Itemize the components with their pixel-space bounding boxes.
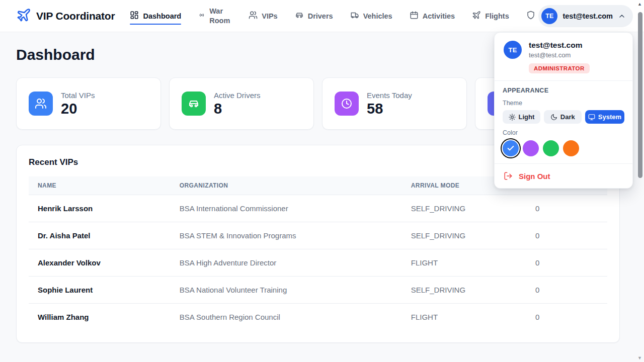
user-dropdown-menu: TE test@test.com test@test.com ADMINISTR… [494, 32, 633, 189]
truck-icon [350, 11, 359, 21]
stat-value: 20 [61, 101, 95, 116]
stat-label: Events Today [367, 91, 412, 100]
theme-button-label: System [598, 113, 621, 121]
vip-events: 0 [526, 195, 607, 222]
calendar-icon [410, 11, 419, 21]
stat-card-total-vips: Total VIPs 20 [16, 77, 161, 130]
user-name: test@test.com [529, 41, 590, 50]
color-swatch-purple[interactable] [523, 140, 539, 156]
table-row[interactable]: Henrik Larsson BSA International Commiss… [29, 195, 607, 222]
nav-item-drivers[interactable]: Drivers [295, 0, 333, 32]
dashboard-grid-icon [130, 11, 139, 21]
sign-out-button[interactable]: Sign Out [495, 163, 632, 188]
vip-name: Henrik Larsson [29, 195, 171, 222]
vip-organization: BSA International Commissioner [171, 195, 402, 222]
color-label: Color [503, 129, 624, 136]
app-title: VIP Coordinator [36, 10, 115, 22]
user-email: test@test.com [529, 51, 590, 59]
nav-item-vehicles[interactable]: Vehicles [350, 0, 392, 32]
theme-button-label: Light [519, 113, 535, 121]
scrollbar-thumb[interactable] [638, 12, 642, 178]
nav-label: VIPs [262, 12, 277, 20]
vip-arrival-mode: SELF_DRIVING [402, 277, 526, 304]
appearance-heading: APPEARANCE [503, 87, 624, 94]
users-icon [29, 92, 53, 116]
nav-item-dashboard[interactable]: Dashboard [130, 0, 181, 32]
theme-light-button[interactable]: Light [503, 110, 540, 124]
page-scrollbar[interactable]: ▲ ▼ [637, 0, 643, 362]
vip-organization: BSA High Adventure Director [171, 249, 402, 277]
theme-button-label: Dark [560, 113, 575, 121]
table-row[interactable]: Dr. Aisha Patel BSA STEM & Innovation Pr… [29, 222, 607, 249]
table-row[interactable]: Sophie Laurent BSA National Volunteer Tr… [29, 277, 607, 304]
nav-item-activities[interactable]: Activities [410, 0, 455, 32]
chevron-up-icon [618, 12, 626, 20]
shield-icon [526, 11, 535, 21]
nav-item-war-room[interactable]: War Room [198, 0, 231, 32]
nav-label: War Room [209, 7, 231, 25]
column-header-name: NAME [29, 176, 171, 195]
theme-system-button[interactable]: System [585, 110, 624, 124]
nav-label: Activities [423, 12, 455, 20]
stat-value: 8 [214, 101, 261, 116]
broadcast-icon [198, 12, 205, 20]
car-icon [295, 11, 304, 21]
vip-name: William Zhang [29, 304, 171, 331]
plane-icon [472, 11, 481, 21]
scroll-down-arrow-icon[interactable]: ▼ [637, 355, 642, 360]
scroll-up-arrow-icon[interactable]: ▲ [637, 2, 642, 7]
theme-switcher: Light Dark System [503, 110, 624, 124]
monitor-icon [588, 114, 595, 121]
table-row[interactable]: Alexander Volkov BSA High Adventure Dire… [29, 249, 607, 277]
plane-logo-icon [16, 8, 31, 25]
vip-arrival-mode: SELF_DRIVING [402, 222, 526, 249]
appearance-section: APPEARANCE Theme Light Dark System Color [495, 80, 632, 163]
sign-out-label: Sign Out [519, 172, 550, 180]
vip-events: 0 [526, 222, 607, 249]
nav-item-vips[interactable]: VIPs [249, 0, 277, 32]
color-swatches [503, 140, 624, 156]
vip-organization: BSA STEM & Innovation Programs [171, 222, 402, 249]
user-email: test@test.com [562, 12, 613, 20]
table-row[interactable]: William Zhang BSA Southern Region Counci… [29, 304, 607, 331]
nav-item-flights[interactable]: Flights [472, 0, 509, 32]
column-header-organization: ORGANIZATION [171, 176, 402, 195]
user-avatar: TE [504, 41, 522, 59]
recent-vips-table: NAME ORGANIZATION ARRIVAL MODE EVENTS He… [29, 176, 607, 330]
nav-label: Vehicles [363, 12, 392, 20]
user-menu-trigger[interactable]: TE test@test.com [538, 5, 633, 27]
theme-label: Theme [503, 100, 624, 107]
vip-events: 0 [526, 249, 607, 277]
car-icon [182, 92, 206, 116]
vip-organization: BSA Southern Region Council [171, 304, 402, 331]
theme-dark-button[interactable]: Dark [544, 110, 582, 124]
user-avatar: TE [541, 8, 557, 24]
color-swatch-green[interactable] [543, 140, 559, 156]
color-swatch-blue-selected[interactable] [503, 140, 519, 156]
vip-organization: BSA National Volunteer Training [171, 277, 402, 304]
moon-icon [550, 114, 557, 121]
clock-icon [335, 92, 359, 116]
vip-events: 0 [526, 277, 607, 304]
nav-label: Dashboard [143, 12, 181, 20]
stat-label: Active Drivers [214, 91, 261, 100]
vip-events: 0 [526, 304, 607, 331]
dropdown-user-section: TE test@test.com test@test.com ADMINISTR… [495, 33, 632, 80]
stat-card-events-today: Events Today 58 [322, 77, 467, 130]
users-icon [249, 11, 258, 21]
nav-label: Flights [485, 12, 509, 20]
check-icon [507, 144, 515, 152]
top-navbar: VIP Coordinator Dashboard War Room VIPs … [0, 0, 644, 32]
vip-name: Dr. Aisha Patel [29, 222, 171, 249]
stat-card-active-drivers: Active Drivers 8 [169, 77, 314, 130]
vip-arrival-mode: FLIGHT [402, 304, 526, 331]
role-badge: ADMINISTRATOR [529, 63, 590, 73]
stat-value: 58 [367, 101, 412, 116]
nav-label: Drivers [308, 12, 333, 20]
vip-name: Sophie Laurent [29, 277, 171, 304]
sun-icon [509, 114, 516, 121]
vip-name: Alexander Volkov [29, 249, 171, 277]
logout-icon [504, 171, 513, 180]
stat-label: Total VIPs [61, 91, 95, 100]
color-swatch-orange[interactable] [563, 140, 579, 156]
